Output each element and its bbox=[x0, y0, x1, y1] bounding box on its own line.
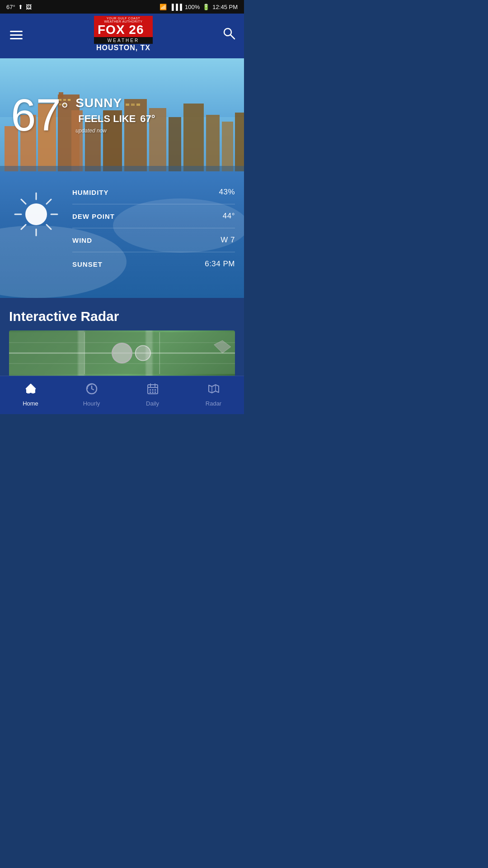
menu-button[interactable] bbox=[8, 29, 24, 41]
svg-line-1 bbox=[230, 35, 235, 39]
radar-section[interactable]: Interactive Radar bbox=[0, 298, 244, 376]
daily-icon bbox=[146, 382, 159, 398]
svg-rect-36 bbox=[9, 332, 235, 374]
nav-radar[interactable]: Radar bbox=[196, 381, 232, 409]
status-bar: 67° ⬆ 🖼 📶 ▐▐▐ 100% 🔋 12:45 PM bbox=[0, 0, 244, 14]
svg-rect-54 bbox=[152, 392, 153, 393]
svg-line-33 bbox=[47, 199, 51, 204]
wind-label: WIND bbox=[72, 236, 92, 244]
wifi-icon: 📶 bbox=[160, 4, 167, 10]
status-right: 📶 ▐▐▐ 100% 🔋 12:45 PM bbox=[160, 4, 238, 10]
header-location: HOUSTON, TX bbox=[96, 44, 150, 52]
dew-point-value: 44° bbox=[223, 212, 235, 221]
current-temperature: 67° bbox=[11, 92, 68, 137]
home-icon bbox=[24, 382, 37, 398]
header-center: YOUR GULF COAST WEATHER AUTHORITY FOX 26… bbox=[94, 18, 153, 52]
wind-row: WIND W 7 bbox=[72, 228, 235, 252]
svg-rect-53 bbox=[150, 392, 151, 393]
svg-rect-43 bbox=[29, 390, 32, 393]
svg-line-31 bbox=[21, 199, 26, 204]
feels-like: FEELS LIKE 67° bbox=[75, 113, 155, 125]
logo-brand: FOX 26 bbox=[98, 23, 144, 37]
battery-value: 100% bbox=[185, 4, 200, 10]
update-time: updated now bbox=[75, 127, 155, 134]
hero-overlay: 67° SUNNY FEELS LIKE 67° updated now bbox=[0, 58, 244, 171]
svg-rect-50 bbox=[150, 389, 151, 391]
upload-icon: ⬆ bbox=[18, 4, 23, 10]
svg-rect-51 bbox=[152, 389, 153, 391]
status-left: 67° ⬆ 🖼 bbox=[6, 4, 32, 10]
hamburger-line-2 bbox=[10, 34, 23, 36]
dew-point-label: DEW POINT bbox=[72, 212, 115, 220]
sun-icon-container bbox=[9, 189, 63, 239]
svg-line-32 bbox=[47, 225, 51, 229]
hamburger-line-3 bbox=[10, 38, 23, 39]
hero-conditions: SUNNY FEELS LIKE 67° updated now bbox=[75, 96, 155, 134]
search-button[interactable] bbox=[222, 27, 236, 43]
logo-box: YOUR GULF COAST WEATHER AUTHORITY FOX 26 bbox=[94, 16, 153, 37]
svg-point-42 bbox=[136, 345, 150, 360]
wind-value: W 7 bbox=[221, 236, 235, 245]
nav-hourly-label: Hourly bbox=[83, 400, 100, 407]
svg-rect-52 bbox=[155, 389, 156, 391]
details-section: HUMIDITY 43% DEW POINT 44° WIND W 7 SUNS… bbox=[0, 171, 244, 298]
svg-rect-55 bbox=[155, 392, 156, 393]
nav-hourly[interactable]: Hourly bbox=[74, 381, 110, 409]
logo-weather: WEATHER bbox=[94, 37, 153, 44]
hamburger-line-1 bbox=[10, 31, 23, 32]
nav-home[interactable]: Home bbox=[13, 381, 49, 409]
svg-line-34 bbox=[21, 225, 26, 229]
bottom-nav: Home Hourly bbox=[0, 376, 244, 414]
status-temp: 67° bbox=[6, 4, 15, 10]
logo-tagline: YOUR GULF COAST WEATHER AUTHORITY bbox=[98, 17, 149, 23]
feels-like-temp: 67° bbox=[140, 113, 155, 124]
hero-section: 67° SUNNY FEELS LIKE 67° updated now bbox=[0, 58, 244, 171]
nav-daily-label: Daily bbox=[146, 400, 159, 407]
header: YOUR GULF COAST WEATHER AUTHORITY FOX 26… bbox=[0, 14, 244, 58]
clock: 12:45 PM bbox=[212, 4, 238, 10]
weather-details-list: HUMIDITY 43% DEW POINT 44° WIND W 7 SUNS… bbox=[72, 180, 235, 276]
humidity-row: HUMIDITY 43% bbox=[72, 180, 235, 204]
fox26-logo: YOUR GULF COAST WEATHER AUTHORITY FOX 26… bbox=[94, 18, 153, 42]
radar-map-preview[interactable] bbox=[9, 330, 235, 376]
dew-point-row: DEW POINT 44° bbox=[72, 204, 235, 228]
signal-icon: ▐▐▐ bbox=[169, 4, 182, 10]
radar-icon bbox=[207, 382, 220, 398]
battery-icon: 🔋 bbox=[202, 4, 210, 10]
sunset-label: SUNSET bbox=[72, 260, 103, 268]
radar-title: Interactive Radar bbox=[9, 309, 235, 324]
svg-point-35 bbox=[25, 203, 47, 225]
image-icon: 🖼 bbox=[26, 4, 32, 10]
condition-label: SUNNY bbox=[75, 96, 155, 110]
humidity-label: HUMIDITY bbox=[72, 189, 109, 196]
sun-icon bbox=[11, 189, 61, 239]
temp-unit: ° bbox=[61, 99, 68, 119]
nav-home-label: Home bbox=[23, 400, 38, 407]
feels-like-label: FEELS LIKE bbox=[78, 113, 136, 124]
hourly-icon bbox=[85, 382, 98, 398]
humidity-value: 43% bbox=[219, 188, 235, 197]
sunset-row: SUNSET 6:34 PM bbox=[72, 252, 235, 276]
nav-daily[interactable]: Daily bbox=[135, 381, 171, 409]
nav-radar-label: Radar bbox=[206, 400, 221, 407]
sunset-value: 6:34 PM bbox=[205, 259, 235, 269]
